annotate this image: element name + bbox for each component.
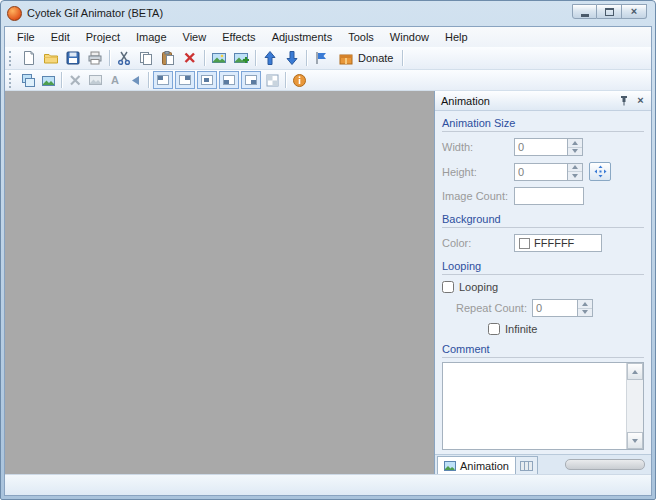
animation-tab-icon xyxy=(444,460,456,472)
align-bottom-right-toggle[interactable] xyxy=(241,71,261,89)
copy-frame-icon xyxy=(21,73,36,88)
align-top-left-toggle[interactable] xyxy=(153,71,173,89)
infinite-checkbox[interactable] xyxy=(488,323,500,335)
check-updates-button[interactable] xyxy=(310,48,332,68)
comment-input[interactable] xyxy=(443,363,626,449)
color-value: FFFFFF xyxy=(534,237,574,249)
align-top-right-toggle[interactable] xyxy=(175,71,195,89)
height-input[interactable] xyxy=(514,163,568,181)
paste-frame-icon xyxy=(41,73,56,88)
menu-help[interactable]: Help xyxy=(437,28,476,46)
donate-button[interactable]: Donate xyxy=(332,48,399,68)
copy-frame-button[interactable] xyxy=(18,71,38,89)
window-controls: × xyxy=(572,4,647,19)
cut-icon xyxy=(116,50,132,66)
scroll-down-button[interactable] xyxy=(627,432,643,449)
open-file-button[interactable] xyxy=(40,48,62,68)
menu-image[interactable]: Image xyxy=(128,28,175,46)
about-button[interactable] xyxy=(289,71,309,89)
scrollbar-track[interactable] xyxy=(627,380,643,432)
save-button[interactable] xyxy=(62,48,84,68)
text-tool-icon: A xyxy=(111,75,119,86)
move-up-button[interactable] xyxy=(259,48,281,68)
menu-view[interactable]: View xyxy=(175,28,215,46)
menu-edit[interactable]: Edit xyxy=(43,28,78,46)
delete-button[interactable] xyxy=(179,48,201,68)
print-button[interactable] xyxy=(84,48,106,68)
paste-frame-button[interactable] xyxy=(38,71,58,89)
repeat-count-label: Repeat Count: xyxy=(456,302,532,314)
add-frames-button[interactable] xyxy=(230,48,252,68)
repeat-count-input[interactable] xyxy=(532,299,578,317)
delete-frame-button[interactable] xyxy=(65,71,85,89)
move-down-button[interactable] xyxy=(281,48,303,68)
comment-box xyxy=(442,362,644,450)
image-count-input[interactable] xyxy=(514,187,584,205)
close-button[interactable]: × xyxy=(622,4,647,19)
background-color-picker[interactable]: FFFFFF xyxy=(514,234,602,252)
paste-button[interactable] xyxy=(157,48,179,68)
copy-icon xyxy=(138,50,154,66)
repeat-count-row: Repeat Count: xyxy=(456,299,644,317)
auto-hide-pin-button[interactable] xyxy=(616,94,631,108)
maximize-icon xyxy=(605,8,614,16)
tab-frames[interactable] xyxy=(516,456,538,474)
width-row: Width: xyxy=(442,138,644,156)
height-row: Height: xyxy=(442,162,644,181)
new-file-button[interactable] xyxy=(18,48,40,68)
infinite-row: Infinite xyxy=(488,323,644,335)
comment-scrollbar[interactable] xyxy=(626,363,643,449)
menu-file[interactable]: File xyxy=(9,28,43,46)
align-bottom-left-toggle[interactable] xyxy=(219,71,239,89)
background-header: Background xyxy=(442,211,644,228)
align-center-toggle[interactable] xyxy=(197,71,217,89)
toolbar-separator xyxy=(402,50,403,66)
open-folder-icon xyxy=(43,50,59,66)
spinner-up-icon xyxy=(572,141,578,145)
spinner-up-icon xyxy=(572,165,578,169)
checkerboard-icon xyxy=(265,73,280,88)
toolbar-grip[interactable] xyxy=(9,73,14,88)
panel-body: Animation Size Width: Height: xyxy=(435,111,651,454)
about-icon xyxy=(292,73,307,88)
width-input[interactable] xyxy=(514,138,568,156)
toolbar-separator xyxy=(61,72,62,88)
menu-tools[interactable]: Tools xyxy=(340,28,382,46)
copy-button[interactable] xyxy=(135,48,157,68)
cut-button[interactable] xyxy=(113,48,135,68)
preview-button[interactable] xyxy=(125,71,145,89)
menu-adjustments[interactable]: Adjustments xyxy=(264,28,341,46)
document-canvas xyxy=(5,91,435,474)
align-bottom-left-icon xyxy=(223,75,235,85)
checkerboard-background-button[interactable] xyxy=(262,71,282,89)
menu-effects[interactable]: Effects xyxy=(214,28,263,46)
infinite-label: Infinite xyxy=(505,323,577,335)
resize-arrows-icon xyxy=(594,165,607,178)
width-spinner[interactable] xyxy=(568,138,583,156)
align-top-left-icon xyxy=(157,75,169,85)
animation-size-header: Animation Size xyxy=(442,115,644,132)
text-tool-button[interactable]: A xyxy=(105,71,125,89)
tab-animation[interactable]: Animation xyxy=(437,456,516,474)
zoom-slider[interactable] xyxy=(565,459,645,470)
image-properties-button[interactable] xyxy=(85,71,105,89)
scroll-up-button[interactable] xyxy=(627,363,643,380)
auto-size-button[interactable] xyxy=(589,162,611,181)
toolbar-separator xyxy=(255,50,256,66)
repeat-count-spinner[interactable] xyxy=(578,299,593,317)
image-count-label: Image Count: xyxy=(442,190,514,202)
maximize-button[interactable] xyxy=(597,4,622,19)
image-count-row: Image Count: xyxy=(442,187,644,205)
looping-checkbox[interactable] xyxy=(442,281,454,293)
tab-animation-label: Animation xyxy=(460,460,509,472)
align-center-icon xyxy=(201,75,213,85)
menu-project[interactable]: Project xyxy=(78,28,128,46)
extract-frames-button[interactable] xyxy=(208,48,230,68)
height-spinner[interactable] xyxy=(568,163,583,181)
toolbar-grip[interactable] xyxy=(9,51,14,66)
minimize-button[interactable] xyxy=(572,4,597,19)
menu-window[interactable]: Window xyxy=(382,28,437,46)
close-panel-button[interactable]: × xyxy=(633,94,648,108)
app-icon xyxy=(7,6,22,21)
status-bar xyxy=(5,474,651,495)
